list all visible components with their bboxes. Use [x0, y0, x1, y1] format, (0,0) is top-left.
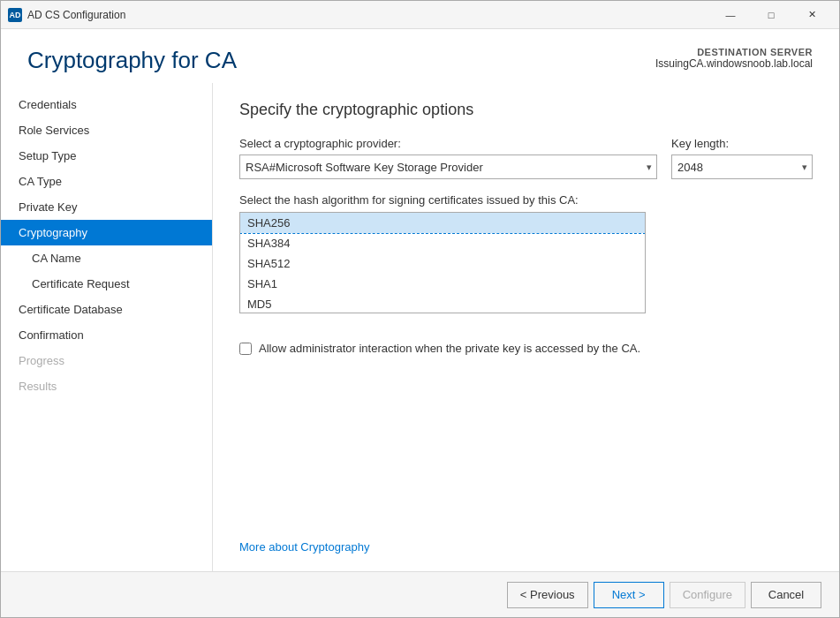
admin-interaction-checkbox[interactable] — [239, 343, 252, 355]
cancel-button[interactable]: Cancel — [751, 582, 821, 608]
configure-button: Configure — [670, 582, 745, 608]
sidebar-item-ca-type[interactable]: CA Type — [1, 169, 212, 194]
sidebar-item-role-services[interactable]: Role Services — [1, 117, 212, 143]
destination-label: DESTINATION SERVER — [655, 47, 813, 57]
admin-interaction-label: Allow administrator interaction when the… — [259, 342, 640, 355]
sidebar-item-certificate-request[interactable]: Certificate Request — [1, 271, 212, 297]
hash-group: Select the hash algorithm for signing ce… — [239, 193, 813, 313]
window-title: AD CS Configuration — [27, 9, 710, 21]
sidebar-item-certificate-database[interactable]: Certificate Database — [1, 297, 212, 322]
key-length-label: Key length: — [671, 137, 813, 150]
sidebar-item-credentials[interactable]: Credentials — [1, 92, 212, 117]
hash-listbox-inner: SHA256SHA384SHA512SHA1MD5 — [240, 213, 645, 313]
hash-item-sha512[interactable]: SHA512 — [240, 253, 645, 274]
sidebar: CredentialsRole ServicesSetup TypeCA Typ… — [1, 83, 213, 571]
destination-info: DESTINATION SERVER IssuingCA.windowsnoob… — [655, 47, 813, 70]
key-length-group: Key length: 102420484096 — [671, 137, 813, 179]
sidebar-item-setup-type[interactable]: Setup Type — [1, 143, 212, 169]
provider-row: Select a cryptographic provider: RSA#Mic… — [239, 137, 813, 193]
content-area: Cryptography for CA DESTINATION SERVER I… — [1, 29, 839, 571]
destination-server: IssuingCA.windowsnoob.lab.local — [655, 57, 813, 70]
sidebar-item-results: Results — [1, 373, 212, 399]
hash-item-sha256[interactable]: SHA256 — [240, 213, 645, 233]
maximize-button[interactable]: □ — [751, 1, 791, 29]
next-button[interactable]: Next > — [594, 582, 664, 608]
footer: < Previous Next > Configure Cancel — [1, 571, 839, 617]
minimize-button[interactable]: — — [710, 1, 751, 29]
hash-item-md5[interactable]: MD5 — [240, 294, 645, 313]
body-area: CredentialsRole ServicesSetup TypeCA Typ… — [1, 83, 839, 571]
app-icon: AD — [8, 8, 22, 22]
hash-listbox[interactable]: SHA256SHA384SHA512SHA1MD5 — [239, 212, 646, 313]
main-window: AD AD CS Configuration — □ ✕ Cryptograph… — [0, 0, 840, 618]
more-link[interactable]: More about Cryptography — [239, 540, 813, 554]
hash-label: Select the hash algorithm for signing ce… — [239, 193, 813, 207]
main-panel: Specify the cryptographic options Select… — [213, 83, 839, 571]
sidebar-item-progress: Progress — [1, 348, 212, 373]
sidebar-item-private-key[interactable]: Private Key — [1, 194, 212, 220]
previous-button[interactable]: < Previous — [507, 582, 588, 608]
title-bar: AD AD CS Configuration — □ ✕ — [1, 1, 839, 29]
checkbox-row: Allow administrator interaction when the… — [239, 342, 813, 355]
section-title: Specify the cryptographic options — [239, 101, 813, 119]
hash-item-sha384[interactable]: SHA384 — [240, 233, 645, 253]
window-controls: — □ ✕ — [710, 1, 832, 29]
page-title: Cryptography for CA — [27, 47, 237, 74]
provider-group: Select a cryptographic provider: RSA#Mic… — [239, 137, 657, 179]
sidebar-item-confirmation[interactable]: Confirmation — [1, 322, 212, 348]
provider-label: Select a cryptographic provider: — [239, 137, 657, 150]
sidebar-item-cryptography[interactable]: Cryptography — [1, 220, 212, 245]
key-length-select-wrapper: 102420484096 — [671, 154, 813, 179]
sidebar-item-ca-name[interactable]: CA Name — [1, 245, 212, 271]
close-button[interactable]: ✕ — [791, 1, 832, 29]
hash-item-sha1[interactable]: SHA1 — [240, 274, 645, 294]
key-length-select[interactable]: 102420484096 — [671, 154, 813, 179]
provider-select[interactable]: RSA#Microsoft Software Key Storage Provi… — [239, 154, 657, 179]
provider-select-wrapper: RSA#Microsoft Software Key Storage Provi… — [239, 154, 657, 179]
header-area: Cryptography for CA DESTINATION SERVER I… — [1, 29, 839, 83]
